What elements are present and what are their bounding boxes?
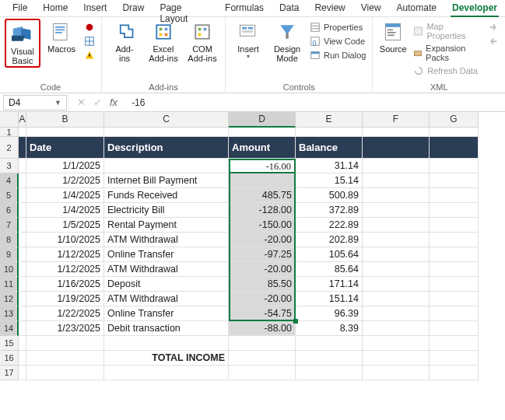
tab-automate[interactable]: Automate (389, 0, 444, 16)
record-macro-button[interactable] (82, 21, 96, 33)
cell-E15[interactable] (296, 336, 363, 351)
cell-A9[interactable] (19, 247, 26, 262)
tab-view[interactable]: View (353, 0, 389, 16)
cell-G12[interactable] (430, 292, 479, 306)
cell-balance-4[interactable]: 15.14 (296, 173, 363, 188)
cell-A1[interactable] (19, 128, 26, 137)
macro-security-button[interactable] (82, 49, 96, 61)
col-header-F[interactable]: F (363, 112, 430, 128)
cell-A15[interactable] (19, 336, 26, 351)
cell-G10[interactable] (430, 262, 479, 277)
cell-total-label[interactable]: TOTAL INCOME (104, 351, 229, 366)
tab-developer[interactable]: Developer (444, 0, 505, 16)
cell-balance-5[interactable]: 500.89 (296, 188, 363, 203)
source-button[interactable]: Source (377, 19, 409, 54)
cell-F3[interactable] (363, 159, 430, 173)
cell-A3[interactable] (19, 159, 26, 173)
cell-A11[interactable] (19, 277, 26, 292)
cell-E16[interactable] (296, 351, 363, 366)
row-header-6[interactable]: 6 (0, 203, 19, 218)
cell-A10[interactable] (19, 262, 26, 277)
cell-G8[interactable] (430, 233, 479, 247)
tab-review[interactable]: Review (307, 0, 352, 16)
col-header-G[interactable]: G (430, 112, 479, 128)
col-header-B[interactable]: B (26, 112, 104, 128)
cell-E1[interactable] (296, 128, 363, 137)
cell-F10[interactable] (363, 262, 430, 277)
cell-A14[interactable] (19, 321, 26, 336)
cell-D15[interactable] (229, 336, 296, 351)
cell-balance-11[interactable]: 171.14 (296, 277, 363, 292)
row-header-8[interactable]: 8 (0, 233, 19, 247)
cell-balance-13[interactable]: 96.39 (296, 306, 363, 321)
header-date[interactable]: Date (26, 137, 104, 159)
cell-desc-14[interactable]: Debit transaction (104, 321, 229, 336)
cell-F7[interactable] (363, 218, 430, 233)
cell-amount-11[interactable]: 85.50 (229, 277, 296, 292)
cell-amount-10[interactable]: -20.00 (229, 262, 296, 277)
row-header-11[interactable]: 11 (0, 277, 19, 292)
cell-E17[interactable] (296, 366, 363, 380)
cell-F1[interactable] (363, 128, 430, 137)
cell-F13[interactable] (363, 306, 430, 321)
cell-date-12[interactable]: 1/19/2025 (26, 292, 104, 306)
formula-input[interactable]: -16 (125, 97, 505, 108)
cell-C1[interactable] (104, 128, 229, 137)
header-description[interactable]: Description (104, 137, 229, 159)
cell-D1[interactable] (229, 128, 296, 137)
cell-amount-8[interactable]: -20.00 (229, 233, 296, 247)
cell-A13[interactable] (19, 306, 26, 321)
cell-desc-11[interactable]: Deposit (104, 277, 229, 292)
tab-draw[interactable]: Draw (114, 0, 152, 16)
tab-data[interactable]: Data (272, 0, 307, 16)
cell-A12[interactable] (19, 292, 26, 306)
cell-amount-4[interactable] (229, 173, 296, 188)
name-box[interactable]: D4 ▼ (3, 95, 67, 110)
cell-B16[interactable] (26, 351, 104, 366)
com-addins-button[interactable]: COM Add-ins (184, 19, 220, 63)
row-header-5[interactable]: 5 (0, 188, 19, 203)
design-mode-button[interactable]: Design Mode (269, 19, 305, 63)
cell-F8[interactable] (363, 233, 430, 247)
view-code-button[interactable]: {}View Code (308, 35, 367, 47)
cell-A4[interactable] (19, 173, 26, 188)
cell-date-14[interactable]: 1/23/2025 (26, 321, 104, 336)
cell-G7[interactable] (430, 218, 479, 233)
row-header-10[interactable]: 10 (0, 262, 19, 277)
cell-A6[interactable] (19, 203, 26, 218)
cell-G4[interactable] (430, 173, 479, 188)
cell-F12[interactable] (363, 292, 430, 306)
header-amount[interactable]: Amount (229, 137, 296, 159)
row-header-2[interactable]: 2 (0, 137, 19, 159)
cell-G15[interactable] (430, 336, 479, 351)
cell-date-3[interactable]: 1/1/2025 (26, 159, 104, 173)
cell-B17[interactable] (26, 366, 104, 380)
cell-balance-8[interactable]: 202.89 (296, 233, 363, 247)
cell-date-5[interactable]: 1/4/2025 (26, 188, 104, 203)
cell-date-9[interactable]: 1/12/2025 (26, 247, 104, 262)
row-header-3[interactable]: 3 (0, 159, 19, 173)
fx-icon[interactable]: fx (110, 96, 117, 108)
cell-balance-10[interactable]: 85.64 (296, 262, 363, 277)
row-header-13[interactable]: 13 (0, 306, 19, 321)
cell-date-8[interactable]: 1/10/2025 (26, 233, 104, 247)
col-header-C[interactable]: C (104, 112, 229, 128)
cell-date-7[interactable]: 1/5/2025 (26, 218, 104, 233)
cell-desc-12[interactable]: ATM Withdrawal (104, 292, 229, 306)
cell-balance-9[interactable]: 105.64 (296, 247, 363, 262)
properties-button[interactable]: Properties (308, 21, 367, 33)
cell-date-6[interactable]: 1/4/2025 (26, 203, 104, 218)
cell-F11[interactable] (363, 277, 430, 292)
cell-amount-13[interactable]: -54.75 (229, 306, 296, 321)
cell-amount-7[interactable]: -150.00 (229, 218, 296, 233)
cell-F15[interactable] (363, 336, 430, 351)
cell-A2[interactable] (19, 137, 26, 159)
cell-G3[interactable] (430, 159, 479, 173)
cell-G17[interactable] (430, 366, 479, 380)
cell-date-4[interactable]: 1/2/2025 (26, 173, 104, 188)
cell-amount-14[interactable]: -88.00 (229, 321, 296, 336)
cell-G5[interactable] (430, 188, 479, 203)
row-header-12[interactable]: 12 (0, 292, 19, 306)
row-header-15[interactable]: 15 (0, 336, 19, 351)
excel-addins-button[interactable]: Excel Add-ins (146, 19, 181, 63)
